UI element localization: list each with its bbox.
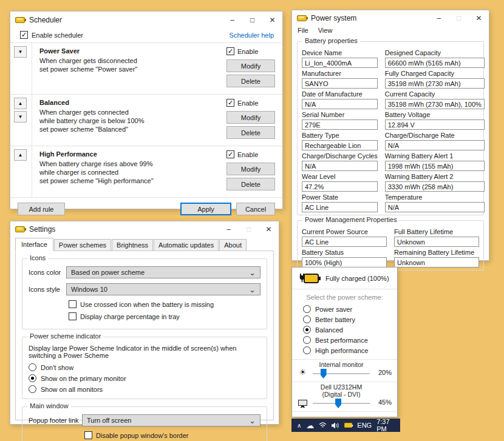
icons-color-label: Icons color [29, 269, 66, 276]
chevron-down-icon: ⌄ [249, 287, 256, 292]
popup-footer-link-select[interactable]: Turn off screen ⌄ [82, 414, 261, 426]
enable-scheduler-checkbox[interactable]: ✓ [20, 31, 28, 39]
better-battery-label: Better battery [315, 316, 355, 323]
tray-expand-chevron-icon[interactable]: ∧ [297, 422, 301, 429]
apply-button[interactable]: Apply [180, 203, 231, 215]
tray-battery-icon[interactable] [344, 423, 352, 428]
icons-group: Icons Icons color Based on power scheme … [22, 258, 267, 329]
battery-properties-group: Battery properties Device NameLi_Ion_400… [297, 41, 484, 215]
minimize-button[interactable]: – [429, 10, 449, 25]
tab-about[interactable]: About [219, 239, 247, 251]
modify-button[interactable]: Modify [226, 163, 275, 175]
tab-brightness[interactable]: Brightness [112, 239, 153, 251]
close-button[interactable]: ✕ [469, 10, 489, 25]
indicator-description: Display large Power Scheme Indicator in … [29, 345, 261, 359]
rule-name: Balanced [39, 99, 219, 106]
field-charge-discharge-cycles: Charge/Discharge CyclesN/A [302, 152, 378, 171]
tab-power-schemes[interactable]: Power schemes [54, 239, 111, 251]
disable-border-label: Disable popup window's border [96, 432, 189, 439]
field-remaining-battery-lifetime: Remaining Battery LifetimeUnknown [394, 249, 479, 268]
chevron-down-icon: ⌄ [249, 270, 256, 275]
high-performance-radio[interactable] [303, 346, 311, 354]
rule-action: set power scheme "Balanced" [39, 125, 219, 133]
menu-view[interactable]: View [318, 27, 333, 34]
field-date-of-manufacture: Date of ManufactureN/A [302, 90, 378, 109]
settings-window: Settings – □ ✕ Interface Power schemes B… [10, 221, 279, 425]
language-indicator[interactable]: ENG [357, 422, 372, 429]
rule-enable-checkbox[interactable]: ✓ [226, 99, 234, 107]
brightness-slider[interactable] [312, 368, 371, 379]
charge-percentage-label: Display charge percentage in tray [80, 313, 180, 320]
modify-button[interactable]: Modify [226, 59, 275, 72]
brightness-icon: ☀ [299, 368, 307, 376]
disable-border-checkbox[interactable] [84, 431, 92, 439]
rule-enable-checkbox[interactable]: ✓ [226, 150, 234, 158]
primary-monitor-label: Show on the primary monitor [41, 375, 126, 382]
icons-style-select[interactable]: Windows 10 ⌄ [66, 283, 261, 295]
charging-battery-icon [299, 274, 319, 283]
field-battery-voltage: Battery Voltage12.894 V [385, 111, 485, 130]
close-button[interactable]: ✕ [262, 12, 282, 28]
balanced-label: Balanced [315, 326, 343, 334]
enable-scheduler-label: Enable scheduler [32, 32, 83, 39]
delete-button[interactable]: Delete [226, 75, 275, 87]
cancel-button[interactable]: Cancel [236, 203, 275, 215]
popup-footer-link-label: Popup footer link [29, 417, 82, 424]
power-scheme-indicator-group: Power scheme indicator Display large Pow… [22, 337, 267, 399]
minimize-button[interactable]: – [219, 221, 239, 237]
brightness-slider[interactable] [312, 398, 371, 409]
rule-condition: while battery charge is below 100% [39, 116, 219, 125]
all-monitors-radio[interactable] [29, 385, 36, 393]
cloud-icon[interactable]: ☁ [306, 421, 314, 430]
rule-enable-checkbox[interactable]: ✓ [226, 47, 234, 55]
menu-file[interactable]: File [298, 27, 308, 34]
field-charge-discharge-rate: Charge/Discharge RateN/A [385, 132, 485, 150]
dont-show-radio[interactable] [29, 363, 36, 371]
tab-automatic-updates[interactable]: Automatic updates [154, 239, 219, 251]
add-rule-button[interactable]: Add rule [18, 203, 65, 215]
move-rule-up-button[interactable]: ▲ [14, 149, 27, 161]
all-monitors-label: Show on all monitors [41, 386, 103, 393]
modify-button[interactable]: Modify [226, 111, 275, 124]
field-current-capacity: Current Capacity35198 mWh (2730 mAh), 10… [385, 90, 485, 109]
maximize-button: □ [449, 10, 469, 25]
field-fully-charged-capacity: Fully Charged Capacity35198 mWh (2730 mA… [385, 70, 485, 89]
balanced-radio[interactable] [303, 326, 311, 334]
delete-button[interactable]: Delete [226, 178, 275, 190]
minimize-button[interactable]: – [222, 12, 242, 28]
move-rule-down-button[interactable]: ▼ [14, 111, 27, 123]
battery-app-icon [15, 226, 25, 232]
check-icon: ✓ [228, 48, 233, 55]
brightness-value: 20% [375, 369, 392, 379]
better-battery-radio[interactable] [303, 315, 311, 323]
rule-condition: When battery charge rises above 99% [39, 160, 219, 168]
field-battery-status: Battery Status100% (High) [302, 249, 387, 268]
power-system-window: Power system – □ ✕ File View Battery pro… [291, 10, 489, 261]
tab-interface[interactable]: Interface [15, 238, 53, 251]
move-rule-up-button[interactable]: ▲ [14, 98, 27, 109]
crossed-icon-checkbox[interactable] [69, 300, 77, 308]
maximize-button[interactable]: □ [242, 12, 262, 28]
maximize-button: □ [239, 221, 259, 237]
move-rule-down-button[interactable]: ▼ [14, 46, 27, 58]
scheduler-titlebar[interactable]: Scheduler – □ ✕ [10, 12, 282, 28]
speaker-icon[interactable] [332, 422, 339, 429]
window-title: Settings [29, 225, 55, 234]
rule-name: High Performance [39, 150, 219, 158]
power-saver-radio[interactable] [303, 305, 311, 313]
delete-button[interactable]: Delete [226, 126, 275, 139]
power-system-titlebar[interactable]: Power system – □ ✕ [292, 10, 489, 25]
scheduler-help-link[interactable]: Scheduler help [230, 32, 274, 39]
settings-titlebar[interactable]: Settings – □ ✕ [10, 221, 279, 237]
rule-enable-label: Enable [237, 151, 258, 158]
best-performance-radio[interactable] [303, 336, 311, 344]
slider-thumb[interactable] [321, 369, 327, 379]
clock[interactable]: 7:37 PM [376, 418, 395, 433]
primary-monitor-radio[interactable] [29, 374, 36, 382]
close-button[interactable]: ✕ [259, 221, 279, 237]
field-battery-type: Battery TypeRechargeable Lion [302, 132, 378, 150]
wifi-icon[interactable] [319, 422, 327, 428]
icons-color-select[interactable]: Based on power scheme ⌄ [66, 266, 261, 278]
slider-thumb[interactable] [335, 399, 341, 408]
charge-percentage-checkbox[interactable] [69, 312, 77, 320]
